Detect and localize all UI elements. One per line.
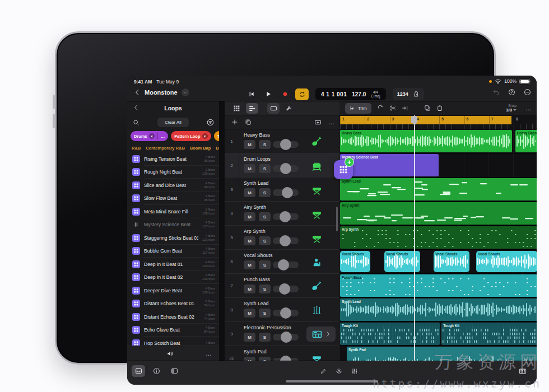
header-scrollbar[interactable]	[336, 207, 338, 231]
volume-slider[interactable]	[273, 189, 299, 196]
pencil-tool-icon[interactable]	[317, 365, 330, 377]
loop-list-item[interactable]: Bubble Gum Beat4 Bars117 bpm	[127, 245, 219, 258]
filter-chip[interactable]: Pattern Loop×	[171, 131, 211, 141]
region-tough-kit[interactable]: Tough Kit	[340, 323, 440, 345]
track-instrument-icon[interactable]	[310, 207, 323, 221]
solo-button[interactable]: S	[259, 333, 271, 342]
record-button[interactable]	[278, 88, 292, 100]
track-name[interactable]: Heavy Bass	[244, 132, 270, 138]
trim-tool-button[interactable]: Trim	[345, 103, 371, 114]
home-indicator[interactable]	[286, 380, 378, 382]
timeline-more-button[interactable]: …	[525, 105, 532, 111]
loop-list-item[interactable]: Meta Mind Snare Fill2 Bars139 bpm	[127, 205, 219, 218]
track-instrument-icon[interactable]	[310, 231, 323, 245]
mute-button[interactable]: M	[244, 212, 255, 221]
region-vocal-shouts[interactable]: Vocal Shouts	[340, 251, 370, 272]
loop-tool-icon[interactable]	[377, 105, 384, 111]
loops-more-button[interactable]: …	[206, 350, 212, 357]
count-in-button[interactable]: 1234	[397, 91, 408, 97]
region-airy-synth[interactable]: Airy Synth	[340, 202, 537, 225]
solo-button[interactable]: S	[259, 164, 271, 173]
loop-list-item[interactable]: Slow Flow Beat4 Bars95 bpm	[127, 192, 219, 206]
solo-button[interactable]: S	[259, 309, 271, 318]
project-title[interactable]: Moonstone	[145, 89, 178, 96]
solo-button[interactable]: S	[259, 284, 271, 293]
loop-list-item[interactable]: Deep In It Beat 014 Bars130 bpm	[127, 258, 219, 271]
cycle-range[interactable]	[340, 116, 511, 124]
grid-view-icon[interactable]	[230, 103, 243, 114]
volume-slider[interactable]	[273, 310, 299, 316]
track-name[interactable]: Arp Synth	[244, 228, 266, 234]
add-track-icon[interactable]	[231, 119, 238, 125]
solo-button[interactable]: S	[259, 260, 271, 269]
piano-keyboard-icon[interactable]	[516, 365, 529, 377]
filter-chip[interactable]: Drums×…	[131, 131, 168, 141]
region-heavy-bass[interactable]: Heavy Bass	[340, 130, 512, 152]
mixer-icon[interactable]	[348, 365, 361, 377]
lcd-display[interactable]: 4 1 1 001 127.0 4/4C maj	[315, 88, 386, 100]
region-synth-pad[interactable]: Synth Pad	[347, 347, 537, 361]
split-tool-icon[interactable]	[389, 105, 396, 111]
track-name[interactable]: Synth Lead	[244, 180, 269, 186]
track-more-button[interactable]: …	[328, 119, 335, 125]
track-name[interactable]: Airy Synth	[244, 204, 266, 210]
mute-button[interactable]: M	[244, 260, 255, 269]
loop-list-item[interactable]: Slice and Dice Beat4 Bars98 bpm	[127, 179, 219, 192]
loop-list-item[interactable]: Distant Echoes Beat 018 Bars74 bpm	[127, 297, 219, 311]
track-header-row[interactable]: 6Vocal ShoutsMS	[225, 250, 339, 274]
region-punch-bass[interactable]: Punch Bass	[340, 274, 537, 297]
track-header-row[interactable]: 3Synth LeadMS	[225, 178, 339, 202]
region-mystery-science-beat[interactable]: Mystery Science Beat	[340, 154, 439, 176]
volume-slider[interactable]	[273, 165, 299, 172]
region-arp-synth[interactable]: Arp Synth	[340, 226, 537, 249]
track-instrument-icon[interactable]	[310, 352, 323, 361]
loop-list-item[interactable]: Mystery Science Beat4 Bars127 bpm	[127, 218, 219, 232]
track-header-row[interactable]: 4Airy SynthMS	[225, 202, 339, 226]
chip-more-button[interactable]: …	[161, 134, 165, 139]
panel-toggle-icon[interactable]	[168, 365, 181, 377]
loop-list-item[interactable]: Deeper Dive Beat4 Bars139 bpm	[127, 284, 219, 297]
bar-ruler[interactable]: 12345678	[339, 115, 537, 129]
rewind-button[interactable]	[245, 88, 258, 100]
loop-list-item[interactable]: Echo Clave Beat4 Bars84 bpm	[127, 324, 219, 337]
solo-button[interactable]: S	[259, 188, 271, 197]
tempo-display[interactable]: 127.0	[352, 91, 366, 97]
track-name[interactable]: Electronic Percussion	[244, 325, 291, 330]
volume-slider[interactable]	[273, 237, 299, 244]
velocity-icon[interactable]	[332, 365, 346, 377]
solo-button[interactable]: S	[259, 140, 271, 149]
chip-close-icon[interactable]: ×	[202, 133, 208, 139]
region-heavy-bass[interactable]: Heavy Bass	[515, 130, 537, 152]
mute-button[interactable]: M	[244, 140, 255, 149]
track-header-row[interactable]: 7Punch BassMS	[225, 274, 339, 298]
loop-list-item[interactable]: Hop Scotch Beat4 Bars	[127, 337, 219, 346]
solo-button[interactable]: S	[259, 236, 271, 245]
mute-button[interactable]: M	[244, 188, 255, 197]
loop-list-item[interactable]: Deep In It Beat 024 Bars130 bpm	[127, 271, 219, 284]
filter-icon[interactable]	[207, 119, 214, 126]
playhead-position[interactable]: 4 1 1 001	[321, 91, 347, 97]
volume-slider[interactable]	[273, 213, 299, 220]
solo-button[interactable]: S	[259, 212, 271, 221]
mute-button[interactable]: M	[244, 164, 255, 173]
region-synth-lead[interactable]: Synth Lead	[340, 298, 537, 321]
loop-list-item[interactable]: Staggering Sticks Beat 014 Bars123 bpm	[127, 231, 219, 245]
track-header-row[interactable]: 31Synth PadMS	[225, 346, 339, 361]
volume-slider[interactable]	[273, 141, 299, 148]
track-header-row[interactable]: 9Electronic PercussionMS	[225, 322, 339, 346]
project-menu-button[interactable]	[182, 88, 189, 96]
track-header-row[interactable]: 8Synth LeadMS	[225, 298, 339, 322]
mute-button[interactable]: M	[244, 236, 255, 245]
solo-button[interactable]: S	[259, 357, 271, 361]
snap-control[interactable]: Snap 1/8	[506, 104, 517, 113]
region-vocal-shouts[interactable]: Vocal Shouts	[476, 251, 537, 272]
mute-button[interactable]: M	[244, 333, 255, 342]
paste-icon[interactable]	[436, 105, 443, 111]
marquee-tool-icon[interactable]	[267, 103, 280, 114]
cycle-button[interactable]	[295, 88, 309, 100]
clear-all-button[interactable]: Clear All	[157, 118, 189, 127]
duplicate-track-icon[interactable]	[245, 119, 252, 125]
track-instrument-icon[interactable]	[310, 183, 323, 197]
volume-slider[interactable]	[273, 286, 299, 292]
region-synth-lead[interactable]: Synth Lead	[340, 178, 537, 200]
